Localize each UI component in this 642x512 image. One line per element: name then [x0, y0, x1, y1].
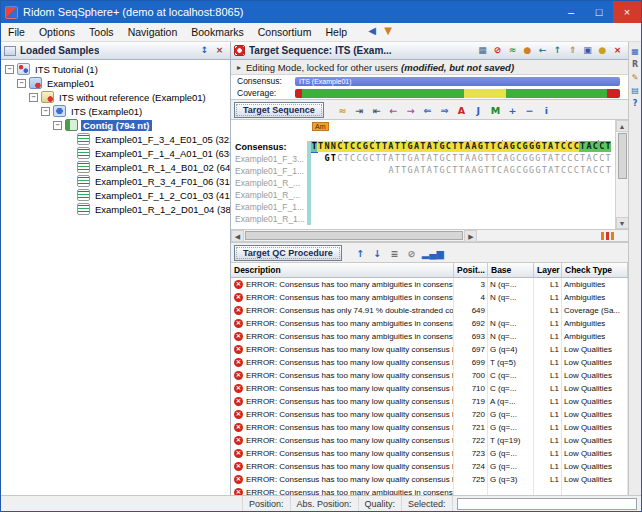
tree-item[interactable]: Example01_R_1_4_B01_02 (645 nt) — [1, 160, 230, 174]
editing-mode-arrow-icon[interactable]: ▸ — [237, 63, 241, 72]
menu-file[interactable]: File — [1, 23, 32, 41]
read-row[interactable]: Example01_R_1... — [231, 213, 615, 225]
maximize-button[interactable]: □ — [585, 1, 613, 23]
target-sequence-tab[interactable]: Target Sequence — [234, 102, 324, 118]
qc-row[interactable]: ×ERROR: Consensus has too many low quali… — [231, 408, 628, 421]
qc-column-header[interactable]: Posit... — [454, 263, 488, 277]
read-row[interactable]: Example01_F_1... — [231, 201, 615, 213]
scroll-right-icon[interactable]: ▶ — [464, 230, 477, 242]
close-button[interactable]: × — [613, 1, 641, 23]
qc-row[interactable]: ×ERROR: Consensus has too many low quali… — [231, 447, 628, 460]
tree-expander-icon[interactable]: − — [29, 93, 38, 102]
edit-trace-icon[interactable]: ≈ — [335, 102, 350, 117]
alignment-vscrollbar[interactable]: ▲ ▼ — [615, 120, 628, 229]
qc-row[interactable]: ×ERROR: Consensus has too many ambiguiti… — [231, 330, 628, 343]
menu-help[interactable]: Help — [318, 23, 354, 41]
save-icon[interactable]: ▣ — [581, 44, 594, 57]
tree-item[interactable]: Example01_F_1_4_A01_01 (636 nt) — [1, 146, 230, 160]
qc-report-icon[interactable]: ▂▄▆ — [421, 245, 445, 260]
tree-item[interactable]: Example01_F_1_2_C01_03 (418 nt) — [1, 188, 230, 202]
qc-row[interactable]: ×ERROR: Consensus has too many ambiguiti… — [231, 277, 628, 291]
qc-row[interactable]: ×ERROR: Consensus has too many low quali… — [231, 369, 628, 382]
qc-column-header[interactable]: Check Type — [562, 263, 628, 277]
block-icon[interactable]: ⊘ — [491, 44, 504, 57]
rail-overview-icon[interactable]: ▦ — [630, 46, 641, 57]
bookmark-back-icon[interactable]: ◀ — [365, 25, 379, 39]
tree-item[interactable]: Example01_R_3_4_F01_06 (315 nt) — [1, 174, 230, 188]
tree-expander-icon[interactable]: − — [53, 121, 62, 130]
tree-item[interactable]: −ITS Tutorial (1) — [1, 62, 230, 76]
qc-up-icon[interactable]: ↑ — [353, 245, 368, 260]
qc-row[interactable]: ×ERROR: Consensus has only 74.91 % doubl… — [231, 304, 628, 317]
rail-ruler-icon[interactable]: R — [630, 59, 641, 70]
minimize-button[interactable]: – — [557, 1, 585, 23]
folder-up-icon[interactable]: ⇑ — [566, 44, 579, 57]
coverage-overview-bar[interactable] — [295, 89, 620, 98]
monitor-icon[interactable]: ▦ — [476, 44, 489, 57]
qc-down-icon[interactable]: ↓ — [370, 245, 385, 260]
qc-row[interactable]: ×ERROR: Consensus has too many low quali… — [231, 343, 628, 356]
close-panel-icon[interactable]: × — [213, 44, 226, 57]
scroll-left-icon[interactable]: ◀ — [231, 230, 244, 242]
read-row[interactable]: Example01_F_3...GTCTCCGCTTATTGATATGCTTAA… — [231, 153, 615, 165]
menu-consortium[interactable]: Consortium — [251, 23, 319, 41]
prev-diff-icon[interactable]: ← — [386, 102, 401, 117]
hscroll-thumb[interactable] — [245, 231, 463, 240]
tree-expander-icon[interactable]: − — [5, 65, 14, 74]
qc-row[interactable]: ×ERROR: Consensus has too many ambiguiti… — [231, 486, 628, 496]
nav-up-icon[interactable]: ↑ — [551, 44, 564, 57]
bookmark-add-icon[interactable]: ▼ — [381, 25, 395, 39]
menu-tools[interactable]: Tools — [82, 23, 121, 41]
gap-remove-icon[interactable]: ⇤ — [369, 102, 384, 117]
qc-row[interactable]: ×ERROR: Consensus has too many low quali… — [231, 434, 628, 447]
tree-item[interactable]: Example01_F_3_4_E01_05 (322 nt) — [1, 132, 230, 146]
read-row[interactable]: Example01_R_... — [231, 189, 615, 201]
qc-row[interactable]: ×ERROR: Consensus has too many low quali… — [231, 382, 628, 395]
qc-row[interactable]: ×ERROR: Consensus has too many low quali… — [231, 460, 628, 473]
consensus-overview-bar[interactable]: ITS (Example01) — [295, 77, 620, 86]
rail-edit-icon[interactable]: ✎ — [630, 72, 641, 83]
status-search-input[interactable] — [457, 498, 637, 510]
low-quality-icon[interactable]: J — [471, 102, 486, 117]
qc-row[interactable]: ×ERROR: Consensus has too many low quali… — [231, 473, 628, 486]
next-edit-icon[interactable]: ⇒ — [437, 102, 452, 117]
qc-row[interactable]: ×ERROR: Consensus has too many low quali… — [231, 395, 628, 408]
qc-disable-icon[interactable]: ⊘ — [404, 245, 419, 260]
menu-navigation[interactable]: Navigation — [121, 23, 185, 41]
qc-row[interactable]: ×ERROR: Consensus has too many ambiguiti… — [231, 291, 628, 304]
pin-icon[interactable]: ● — [521, 44, 534, 57]
qc-column-header[interactable]: Base — [488, 263, 534, 277]
scroll-up-icon[interactable]: ▲ — [616, 120, 629, 132]
expand-collapse-icon[interactable]: ↕ — [198, 44, 211, 57]
qc-row[interactable]: ×ERROR: Consensus has too many low quali… — [231, 421, 628, 434]
menu-bookmarks[interactable]: Bookmarks — [184, 23, 251, 41]
tree-item[interactable]: Example01_R_1_2_D01_04 (388 nt) — [1, 202, 230, 216]
annotation-tag[interactable]: Am — [312, 122, 329, 131]
tree-expander-icon[interactable]: − — [41, 107, 50, 116]
prev-edit-icon[interactable]: ⇐ — [420, 102, 435, 117]
scroll-down-icon[interactable]: ▼ — [616, 217, 629, 229]
zoom-out-icon[interactable]: − — [522, 102, 537, 117]
read-row[interactable]: Example01_F_1...ATTGATATGCTTAAGTTCAGCGGG… — [231, 165, 615, 177]
menu-options[interactable]: Options — [32, 23, 82, 41]
alignment-rows[interactable]: Am51015202530354045Consensus:TTNNCTCCGCT… — [231, 120, 615, 229]
tree-item[interactable]: −Contig (794 nt) — [1, 118, 230, 132]
target-qc-tab[interactable]: Target QC Procedure — [234, 245, 342, 261]
tree-expander-icon[interactable]: − — [17, 79, 26, 88]
qc-list-icon[interactable]: ≡ — [387, 245, 402, 260]
tree-item[interactable]: −ITS without reference (Example01) — [1, 90, 230, 104]
next-diff-icon[interactable]: → — [403, 102, 418, 117]
tree-item[interactable]: −Example01 — [1, 76, 230, 90]
alignment-hscrollbar[interactable]: ◀ ▶ — [231, 230, 628, 242]
read-row[interactable]: Example01_R_... — [231, 177, 615, 189]
trace-icon[interactable]: ≈ — [506, 44, 519, 57]
qc-column-header[interactable]: Description — [231, 263, 454, 277]
consensus-sequence[interactable]: TTNNCTCCGCTTATTGATATGCTTAAGTTCAGCGGGTATC… — [311, 141, 615, 153]
panel-close-icon[interactable]: × — [611, 44, 624, 57]
ambiguity-icon[interactable]: A — [454, 102, 469, 117]
nav-back-icon[interactable]: ← — [536, 44, 549, 57]
lock-icon[interactable]: ● — [596, 44, 609, 57]
discrepancy-icon[interactable]: M — [488, 102, 503, 117]
rail-help-icon[interactable]: ? — [630, 98, 641, 109]
tree-item[interactable]: −ITS (Example01) — [1, 104, 230, 118]
